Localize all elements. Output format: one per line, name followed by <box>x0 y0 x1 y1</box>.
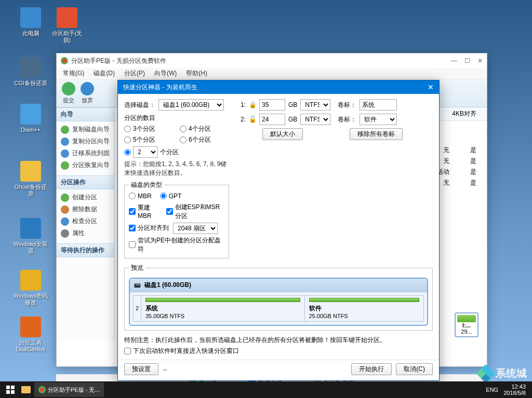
app-icon <box>61 57 68 64</box>
side-item-1-2[interactable]: 检查分区 <box>59 215 112 227</box>
menu-item-0[interactable]: 常规(G) <box>63 69 84 78</box>
desktop-icon-5[interactable]: Windows安装器 <box>12 218 49 254</box>
volume-label-input-1[interactable] <box>360 99 397 111</box>
desktop-icon-6[interactable]: Windows密码修改 <box>12 270 49 306</box>
disk-type-legend: 磁盘的类型 <box>129 181 164 189</box>
unlock-icon[interactable]: 🔓 <box>249 116 256 123</box>
menu-item-3[interactable]: 向导(W) <box>154 69 177 78</box>
tray-date: 2018/5/8 <box>503 390 526 396</box>
select-disk-dropdown[interactable]: 磁盘1 (60.00GB) <box>158 99 224 111</box>
quick-partition-dialog: 快速分区神器 - 为装机而生 ✕ 选择磁盘： 磁盘1 (60.00GB) 分区的… <box>117 80 440 381</box>
svg-rect-1 <box>11 386 15 389</box>
preview-disk-label: 磁盘1 (60.00GB) <box>144 281 191 290</box>
svg-rect-3 <box>11 390 15 394</box>
hint-text: 提示：您能按1, 2, 3, 4, 5, 6, 7, 8, 9键来快速选择分区数… <box>124 160 229 177</box>
start-button[interactable] <box>2 382 19 397</box>
partition-count-legend: 分区的数目 <box>124 114 229 122</box>
part-count-option-3[interactable]: 3个分区 <box>124 125 174 133</box>
file-explorer-icon[interactable] <box>19 382 33 397</box>
desktop-icon-3[interactable]: Dism++ <box>12 104 49 133</box>
mbr-radio[interactable] <box>129 193 136 199</box>
default-size-button[interactable]: 默认大小 <box>262 128 303 140</box>
part-count-option-5[interactable]: 5个分区 <box>124 135 174 144</box>
menu-item-1[interactable]: 磁盘(D) <box>94 69 115 78</box>
panel-title-2: 等待执行的操作 <box>57 243 114 257</box>
svg-rect-0 <box>6 386 10 389</box>
part-count-option-4[interactable]: 4个分区 <box>180 125 229 133</box>
remove-all-labels-button[interactable]: 移除所有卷标 <box>350 128 403 140</box>
dialog-close-button[interactable]: ✕ <box>428 83 434 91</box>
partition-count-group: 分区的数目 3个分区4个分区5个分区6个分区 2 个分区 <box>124 114 229 158</box>
side-item-1-3[interactable]: 属性 <box>59 227 112 239</box>
fs-select-2[interactable]: NTFS <box>300 114 330 125</box>
desktop-icon-0[interactable]: 此电脑 <box>12 7 49 37</box>
side-item-0-1[interactable]: 复制分区向导 <box>59 135 112 147</box>
menu-item-2[interactable]: 分区(P) <box>124 69 145 78</box>
size-input-2[interactable] <box>259 114 285 125</box>
side-item-1-0[interactable]: 创建分区 <box>59 191 112 203</box>
taskbar-active-app[interactable]: 分区助手PE版 - 无... <box>34 382 104 397</box>
panel-title-0: 向导 <box>57 107 114 121</box>
parent-sidebar: 向导复制磁盘向导复制分区向导迁移系统到固分区恢复向导分区操作创建分区擦除数据检查… <box>57 107 115 341</box>
maximize-button[interactable]: ☐ <box>464 57 470 64</box>
gpt-radio[interactable] <box>160 193 167 199</box>
preset-button[interactable]: 预设置 <box>124 363 158 375</box>
disk-icon: 🖴 <box>134 281 140 289</box>
warning-text: 特别注意：执行此操作后，当前所选磁盘上已经存在的所有分区将被删除！按回车键开始分… <box>118 333 439 346</box>
cancel-button[interactable]: 取消(C) <box>396 363 433 375</box>
fs-select-1[interactable]: NTFS <box>300 99 330 111</box>
dialog-titlebar: 快速分区神器 - 为装机而生 ✕ <box>118 80 439 94</box>
toolbar-提交[interactable]: 提交 <box>62 82 75 104</box>
menu-item-4[interactable]: 帮助(H) <box>186 69 207 78</box>
chevron-icon: ︽ <box>163 365 168 373</box>
side-item-1-1[interactable]: 擦除数据 <box>59 203 112 215</box>
taskbar: 分区助手PE版 - 无... ENG 12:43 2018/5/8 <box>0 381 532 398</box>
preview-part-count: 2 <box>133 295 141 322</box>
desktop-icon-4[interactable]: Ghost备份还原 <box>12 161 49 197</box>
desktop-icon-7[interactable]: 分区工具DiskGenius <box>12 317 49 353</box>
try-pe-check[interactable] <box>129 241 136 248</box>
desktop-icon-2[interactable]: CGI备份还原 <box>12 57 49 87</box>
custom-count-radio[interactable] <box>124 149 131 156</box>
preview-group: 预览 🖴 磁盘1 (60.00GB) 2 系统 35.00GB NTFS 软件 <box>124 264 433 331</box>
minimize-button[interactable]: — <box>451 57 457 64</box>
size-input-1[interactable] <box>259 99 285 111</box>
small-disk-widget[interactable]: I:... 29... <box>455 312 478 337</box>
custom-count-select[interactable]: 2 <box>133 146 158 158</box>
close-button[interactable]: ✕ <box>477 57 483 64</box>
partition-line-1: 1: 🔒 GB NTFS 卷标： <box>237 99 433 111</box>
watermark: 系统城 <box>479 366 527 380</box>
tray-lang[interactable]: ENG <box>486 387 498 393</box>
preview-partition-2[interactable]: 软件 25.00GB NTFS <box>305 295 424 322</box>
preview-partition-1[interactable]: 系统 35.00GB NTFS <box>141 295 305 322</box>
preview-legend: 预览 <box>129 264 145 272</box>
align-check[interactable] <box>129 225 136 231</box>
rebuild-mbr-check[interactable] <box>129 208 136 215</box>
next-time-check[interactable] <box>124 348 131 354</box>
select-disk-label: 选择磁盘： <box>124 101 155 109</box>
panel-title-1: 分区操作 <box>57 175 114 189</box>
side-item-0-2[interactable]: 迁移系统到固 <box>59 147 112 159</box>
tray-time: 12:43 <box>503 383 526 390</box>
parent-title-text: 分区助手PE版 - 无损分区免费软件 <box>71 57 166 65</box>
custom-count-suffix: 个分区 <box>160 148 179 157</box>
part-count-option-6[interactable]: 6个分区 <box>180 135 229 144</box>
side-item-0-0[interactable]: 复制磁盘向导 <box>59 123 112 135</box>
desktop-icon-1[interactable]: 分区助手(无损) <box>49 7 85 44</box>
start-execute-button[interactable]: 开始执行 <box>351 363 392 375</box>
parent-titlebar: 分区助手PE版 - 无损分区免费软件 — ☐ ✕ <box>57 53 487 68</box>
side-item-0-3[interactable]: 分区恢复向导 <box>59 159 112 171</box>
dialog-title-text: 快速分区神器 - 为装机而生 <box>123 83 197 92</box>
lock-icon[interactable]: 🔒 <box>249 101 256 108</box>
parent-menubar: 常规(G)磁盘(D)分区(P)向导(W)帮助(H) <box>57 68 487 79</box>
partition-line-2: 2: 🔓 GB NTFS 卷标： 软件 <box>237 114 433 125</box>
volume-label-select-2[interactable]: 软件 <box>360 114 397 125</box>
col-4kb: 4KB对齐 <box>452 109 476 118</box>
toolbar-放弃[interactable]: 放弃 <box>81 82 94 104</box>
disk-type-group: 磁盘的类型 MBR GPT 重建MBR 创建ESP和MSR分区 分区对齐到 20… <box>124 181 229 258</box>
svg-rect-2 <box>6 390 10 394</box>
align-value-select[interactable]: 2048 扇区 <box>173 223 218 234</box>
create-esp-check[interactable] <box>166 208 173 215</box>
